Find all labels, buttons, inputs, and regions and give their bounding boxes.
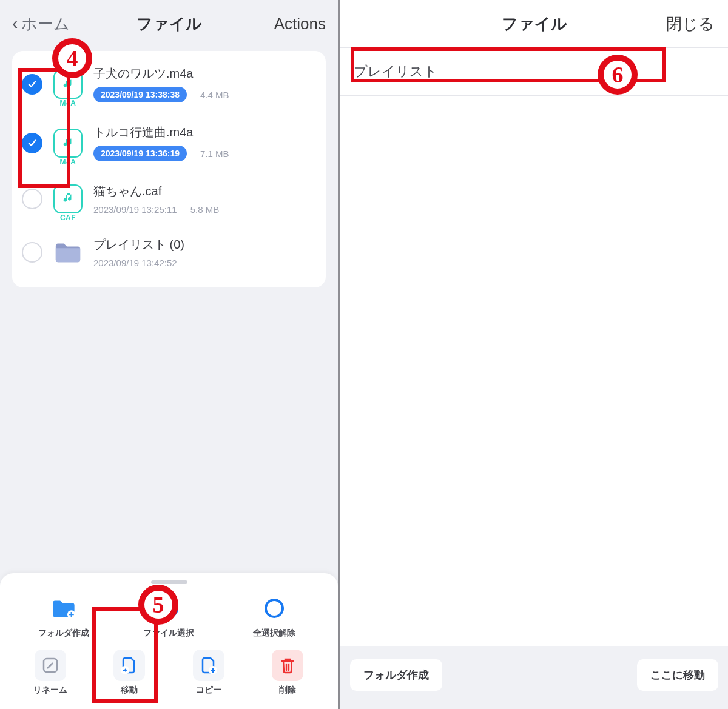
action-label: コピー bbox=[196, 685, 221, 696]
action-label: 削除 bbox=[279, 685, 296, 696]
edit-icon bbox=[35, 650, 66, 681]
back-label: ホーム bbox=[21, 13, 70, 35]
file-name: プレイリスト (0) bbox=[93, 237, 312, 253]
file-size: 7.1 MB bbox=[200, 149, 229, 159]
annotation-circle-5: 5 bbox=[138, 585, 178, 625]
chevron-left-icon: ‹ bbox=[12, 14, 18, 33]
footer-bar: フォルダ作成 ここに移動 bbox=[340, 646, 728, 709]
action-label: フォルダ作成 bbox=[38, 628, 89, 639]
back-button[interactable]: ‹ ホーム bbox=[12, 13, 85, 35]
page-title: ファイル bbox=[136, 13, 202, 35]
annotation-circle-6: 6 bbox=[598, 55, 638, 95]
checkbox[interactable] bbox=[22, 189, 42, 209]
actions-button[interactable]: Actions bbox=[253, 15, 326, 33]
annotation-box-4 bbox=[18, 68, 70, 188]
file-name: 子犬のワルツ.m4a bbox=[93, 66, 312, 82]
header-right: ファイル 閉じる bbox=[340, 0, 728, 47]
copy-button[interactable]: コピー bbox=[175, 650, 242, 696]
timestamp-pill: 2023/09/19 13:36:19 bbox=[93, 146, 187, 161]
file-size: 4.4 MB bbox=[200, 90, 229, 100]
action-label: リネーム bbox=[33, 685, 67, 696]
close-button[interactable]: 閉じる bbox=[660, 13, 715, 35]
svg-point-2 bbox=[266, 600, 283, 617]
action-label: 全選択解除 bbox=[253, 628, 295, 639]
file-ext-label: CAF bbox=[60, 213, 76, 222]
rename-button[interactable]: リネーム bbox=[17, 650, 84, 696]
create-folder-button[interactable]: フォルダ作成 bbox=[30, 593, 97, 639]
page-title: ファイル bbox=[408, 13, 660, 35]
folder-plus-icon bbox=[48, 593, 79, 624]
timestamp-pill: 2023/09/19 13:38:38 bbox=[93, 87, 187, 102]
checkbox[interactable] bbox=[22, 242, 42, 263]
header-left: ‹ ホーム ファイル Actions bbox=[0, 0, 338, 47]
annotation-circle-4: 4 bbox=[52, 38, 92, 78]
delete-button[interactable]: 削除 bbox=[254, 650, 321, 696]
file-name: 猫ちゃん.caf bbox=[93, 183, 312, 200]
file-name: トルコ行進曲.m4a bbox=[93, 124, 312, 141]
file-copy-icon bbox=[193, 650, 224, 681]
deselect-all-button[interactable]: 全選択解除 bbox=[241, 593, 308, 639]
file-type-icon: CAF bbox=[53, 184, 83, 213]
file-row[interactable]: プレイリスト (0) 2023/09/19 13:42:52 bbox=[12, 226, 326, 279]
trash-icon bbox=[272, 650, 303, 681]
folder-icon bbox=[53, 238, 83, 267]
music-note-icon bbox=[61, 191, 75, 207]
circle-outline-icon bbox=[258, 593, 290, 624]
move-here-button[interactable]: ここに移動 bbox=[637, 659, 718, 691]
file-size: 5.8 MB bbox=[190, 204, 220, 215]
create-folder-button[interactable]: フォルダ作成 bbox=[350, 659, 442, 691]
sheet-grabber[interactable] bbox=[151, 580, 187, 584]
timestamp-label: 2023/09/19 13:42:52 bbox=[93, 258, 177, 268]
timestamp-label: 2023/09/19 13:25:11 bbox=[93, 204, 177, 215]
